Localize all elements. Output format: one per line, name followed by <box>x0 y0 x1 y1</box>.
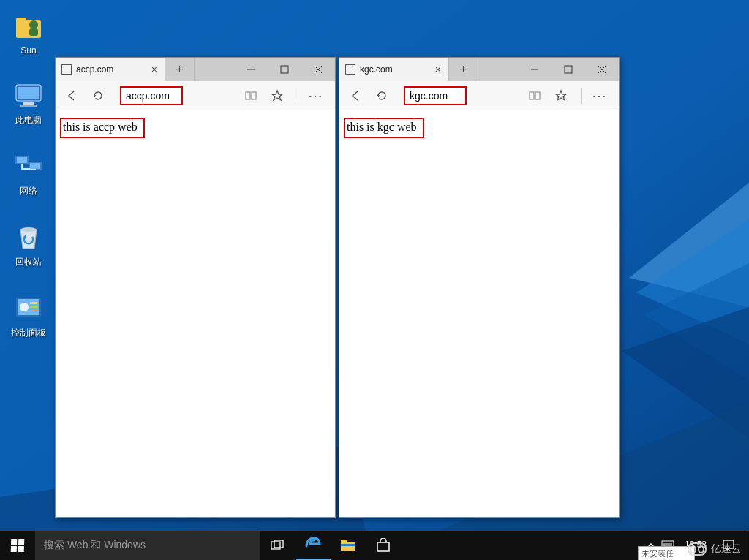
svg-marker-31 <box>94 95 96 97</box>
desktop-icon-recycle-bin[interactable]: 回收站 <box>0 222 57 268</box>
back-button[interactable] <box>344 84 367 107</box>
tab-title: accp.com <box>76 64 146 75</box>
svg-rect-44 <box>341 540 347 543</box>
svg-rect-14 <box>20 105 37 107</box>
page-content: this is accp web <box>56 110 335 517</box>
nav-bar: ⋯ <box>339 81 619 110</box>
new-tab-button[interactable]: + <box>165 58 195 81</box>
page-body-text: this is kgc web <box>344 118 424 138</box>
svg-point-23 <box>20 303 29 311</box>
svg-marker-38 <box>377 95 380 97</box>
svg-rect-28 <box>281 66 288 73</box>
svg-rect-40 <box>535 92 540 99</box>
watermark-text: 亿速云 <box>711 542 742 556</box>
tray-tooltip: 未安装任 <box>638 546 695 560</box>
maximize-button[interactable] <box>552 58 585 81</box>
nav-bar: ⋯ <box>56 81 335 110</box>
desktop-icon-this-pc[interactable]: 此电脑 <box>0 80 57 126</box>
tab-bar: kgc.com × + <box>339 58 619 81</box>
desktop-icon-network[interactable]: 网络 <box>0 151 57 197</box>
watermark: 亿速云 <box>688 542 742 556</box>
desktop-icon-control-panel[interactable]: 控制面板 <box>0 293 57 339</box>
close-button[interactable] <box>301 58 335 81</box>
refresh-button[interactable] <box>370 84 394 107</box>
more-button[interactable]: ⋯ <box>304 84 328 107</box>
start-button[interactable] <box>0 531 35 560</box>
taskbar: 搜索 Web 和 Windows 未安装任 18:53 <box>0 531 749 560</box>
svg-rect-46 <box>377 542 389 551</box>
browser-tab[interactable]: kgc.com × <box>339 58 449 81</box>
show-desktop-button[interactable] <box>745 531 749 560</box>
taskbar-search[interactable]: 搜索 Web 和 Windows <box>35 531 260 560</box>
browser-tab[interactable]: accp.com × <box>56 58 165 81</box>
svg-rect-18 <box>30 163 40 169</box>
svg-rect-33 <box>252 92 256 99</box>
svg-rect-8 <box>16 18 26 23</box>
browser-window-left: accp.com × + ⋯ this is accp web <box>55 57 336 518</box>
tab-close-button[interactable]: × <box>434 64 443 75</box>
tab-close-button[interactable]: × <box>150 64 159 75</box>
svg-rect-25 <box>30 306 37 308</box>
address-bar-highlight <box>404 86 467 105</box>
back-button[interactable] <box>60 84 83 107</box>
search-placeholder: 搜索 Web 和 Windows <box>44 539 146 552</box>
taskbar-app-store[interactable] <box>366 531 401 560</box>
taskbar-app-edge[interactable] <box>296 531 331 560</box>
refresh-button[interactable] <box>86 84 110 107</box>
tab-bar: accp.com × + <box>56 58 335 81</box>
close-button[interactable] <box>585 58 619 81</box>
desktop-icon-user[interactable]: Sun <box>0 12 57 56</box>
minimize-button[interactable] <box>234 58 268 81</box>
svg-rect-35 <box>565 66 572 73</box>
watermark-icon <box>688 542 707 556</box>
svg-rect-13 <box>23 102 34 105</box>
more-button[interactable]: ⋯ <box>588 84 611 107</box>
reading-view-button[interactable] <box>239 84 263 107</box>
svg-point-19 <box>20 227 37 232</box>
address-bar[interactable] <box>126 90 177 102</box>
address-bar[interactable] <box>410 90 461 102</box>
taskbar-app-explorer[interactable] <box>331 531 366 560</box>
desktop-icon-label: 网络 <box>0 185 57 197</box>
svg-rect-26 <box>30 309 37 311</box>
desktop-icon-label: Sun <box>0 45 57 56</box>
task-view-button[interactable] <box>260 531 296 560</box>
reading-view-button[interactable] <box>523 84 546 107</box>
desktop-icon-label: 此电脑 <box>0 114 57 126</box>
svg-rect-45 <box>341 544 355 546</box>
task-icons <box>260 531 401 560</box>
browser-window-right: kgc.com × + ⋯ this is kgc web <box>339 57 620 518</box>
address-bar-highlight <box>120 86 183 105</box>
new-tab-button[interactable]: + <box>449 58 478 81</box>
svg-rect-10 <box>29 29 38 36</box>
page-icon <box>61 64 72 75</box>
page-content: this is kgc web <box>339 110 619 517</box>
desktop-icon-label: 回收站 <box>0 256 57 268</box>
desktop-icons: Sun 此电脑 网络 回收站 控制面板 <box>0 7 57 339</box>
svg-rect-17 <box>17 157 27 163</box>
minimize-button[interactable] <box>518 58 552 81</box>
svg-rect-32 <box>246 92 250 99</box>
svg-rect-39 <box>530 92 534 99</box>
page-body-text: this is accp web <box>60 118 145 138</box>
favorite-button[interactable] <box>549 84 573 107</box>
desktop-icon-label: 控制面板 <box>0 327 57 339</box>
svg-point-9 <box>29 20 38 29</box>
svg-rect-12 <box>18 87 39 99</box>
favorite-button[interactable] <box>266 84 289 107</box>
svg-rect-24 <box>30 302 37 304</box>
page-icon <box>345 64 355 75</box>
maximize-button[interactable] <box>268 58 301 81</box>
tab-title: kgc.com <box>360 64 429 75</box>
